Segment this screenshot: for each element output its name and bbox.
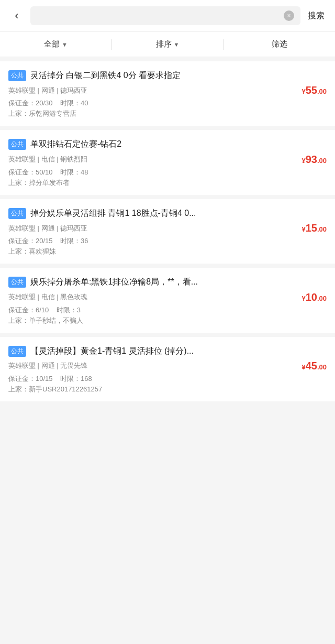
listing-deposit-time: 保证金：20/30 时限：40 [8, 99, 327, 108]
tag-public: 公共 [8, 70, 26, 81]
listing-meta: 英雄联盟 | 网通 | 德玛西亚 [8, 86, 87, 95]
list-item[interactable]: 公共 掉分娱乐单灵活组排 青铜1 18胜点-青铜4 0... 英雄联盟 | 网通… [0, 199, 335, 264]
listing-price: ¥45.00 [302, 360, 327, 372]
filter-all-arrow: ▼ [62, 41, 68, 48]
listing-seller: 上家：乐乾网游专营店 [8, 109, 327, 118]
listing-title: 【灵活掉段】黄金1-青铜1 灵活排位 (掉分)... [30, 345, 327, 357]
listing-seller: 上家：新手USR201712261257 [8, 385, 327, 394]
filter-sort[interactable]: 排序 ▼ [112, 32, 224, 57]
tag-public: 公共 [8, 346, 26, 357]
filter-all-label: 全部 [44, 39, 60, 49]
listing-price: ¥10.00 [302, 291, 327, 303]
listing-meta: 英雄联盟 | 电信 | 黑色玫瑰 [8, 292, 87, 302]
filter-all[interactable]: 全部 ▼ [0, 32, 111, 57]
listings-container: 公共 灵活掉分 白银二到黑铁4 0分 看要求指定 英雄联盟 | 网通 | 德玛西… [0, 61, 335, 401]
listing-title: 单双排钻石定位赛-钻石2 [30, 138, 327, 150]
filter-screen[interactable]: 筛选 [224, 32, 335, 57]
listing-title: 灵活掉分 白银二到黑铁4 0分 看要求指定 [30, 70, 327, 81]
search-button[interactable]: 搜索 [306, 10, 327, 21]
listing-title: 娱乐掉分屠杀单:黑铁1排位净输8局，**，看... [30, 276, 327, 288]
list-item[interactable]: 公共 【灵活掉段】黄金1-青铜1 灵活排位 (掉分)... 英雄联盟 | 网通 … [0, 337, 335, 401]
listing-deposit-time: 保证金：50/10 时限：48 [8, 168, 327, 177]
listing-seller: 上家：喜欢狸妹 [8, 247, 327, 256]
listing-deposit-time: 保证金：20/15 时限：36 [8, 236, 327, 246]
listing-price: ¥93.00 [302, 154, 327, 166]
search-bar: 掉分 × [30, 6, 300, 25]
tag-public: 公共 [8, 139, 26, 150]
listing-price: ¥55.00 [302, 84, 327, 96]
listing-title: 掉分娱乐单灵活组排 青铜1 18胜点-青铜4 0... [30, 208, 327, 219]
listing-meta: 英雄联盟 | 网通 | 德玛西亚 [8, 224, 87, 233]
list-item[interactable]: 公共 娱乐掉分屠杀单:黑铁1排位净输8局，**，看... 英雄联盟 | 电信 |… [0, 268, 335, 332]
listing-seller: 上家：掉分单发布者 [8, 178, 327, 188]
listing-deposit-time: 保证金：10/15 时限：168 [8, 374, 327, 384]
back-button[interactable]: ‹ [8, 9, 25, 23]
tag-public: 公共 [8, 208, 26, 219]
listing-price: ¥15.00 [302, 222, 327, 234]
filter-screen-label: 筛选 [272, 39, 287, 49]
filter-sort-arrow: ▼ [174, 41, 180, 48]
clear-button[interactable]: × [284, 10, 294, 21]
filter-sort-label: 排序 [156, 39, 172, 49]
listing-seller: 上家：单子秒结，不骗人 [8, 316, 327, 325]
tag-public: 公共 [8, 277, 26, 288]
filter-bar: 全部 ▼ 排序 ▼ 筛选 [0, 32, 335, 57]
search-input[interactable]: 掉分 [37, 10, 280, 21]
listing-meta: 英雄联盟 | 网通 | 无畏先锋 [8, 361, 87, 370]
listing-deposit-time: 保证金：6/10 时限：3 [8, 305, 327, 315]
listing-meta: 英雄联盟 | 电信 | 钢铁烈阳 [8, 155, 87, 164]
list-item[interactable]: 公共 单双排钻石定位赛-钻石2 英雄联盟 | 电信 | 钢铁烈阳 ¥93.00 … [0, 130, 335, 194]
header: ‹ 掉分 × 搜索 [0, 0, 335, 32]
list-item[interactable]: 公共 灵活掉分 白银二到黑铁4 0分 看要求指定 英雄联盟 | 网通 | 德玛西… [0, 61, 335, 126]
